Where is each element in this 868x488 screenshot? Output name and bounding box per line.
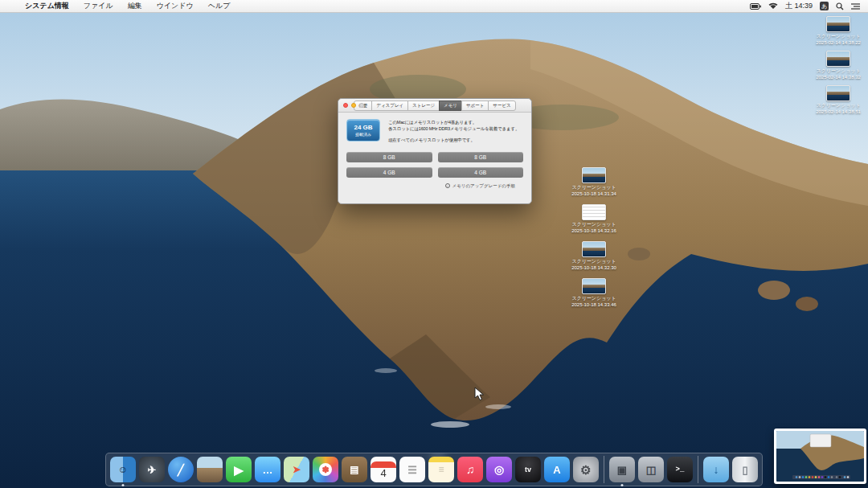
screenshot-thumbnail bbox=[826, 16, 850, 32]
input-source-icon[interactable]: あ bbox=[820, 2, 829, 10]
system-info-window: 概要 ディスプレイ ストレージ メモリ サポート サービス 24 GB 搭載済み… bbox=[338, 98, 532, 204]
dock-downloads-folder-icon[interactable]: ↓ bbox=[703, 457, 729, 482]
memory-upgrade-link[interactable]: メモリのアップグレードの手順 bbox=[452, 183, 515, 189]
dock-system-information-icon[interactable]: ▣ bbox=[609, 457, 635, 482]
menu-clock[interactable]: 土 14:39 bbox=[785, 1, 813, 11]
memory-slot-3: 4 GB bbox=[346, 167, 432, 178]
dock-reminders-icon[interactable]: ☰ bbox=[399, 457, 425, 482]
memory-total-size: 24 GB bbox=[354, 124, 372, 131]
desktop-icon-screenshot-b3[interactable]: スクリーンショット2025-10-18 14.32.30 bbox=[571, 241, 617, 271]
dock-calendar-icon[interactable]: 4 bbox=[371, 457, 396, 482]
memory-total-status: 搭載済み bbox=[355, 132, 371, 137]
dock-trash-icon[interactable]: ▯ bbox=[732, 457, 758, 482]
dock-safari-icon[interactable]: ╱ bbox=[168, 457, 194, 482]
notification-center-icon[interactable] bbox=[851, 2, 860, 10]
dock-maps-icon[interactable]: ➤ bbox=[284, 457, 309, 482]
dock-launchpad-icon[interactable]: ✈ bbox=[139, 457, 165, 482]
icon-label: スクリーンショット2025-02-14 14.38.51 bbox=[816, 103, 861, 115]
screenshot-thumbnail bbox=[582, 241, 606, 257]
zoom-button[interactable] bbox=[359, 103, 364, 108]
dock-podcasts-icon[interactable]: ◎ bbox=[486, 457, 512, 482]
dock-separator bbox=[604, 456, 604, 483]
screenshot-preview-image bbox=[776, 431, 864, 482]
mouse-cursor bbox=[474, 387, 485, 404]
dock-music-icon[interactable]: ♫ bbox=[457, 457, 483, 482]
desktop-icon-screenshot-b4[interactable]: スクリーンショット2025-10-18 14.33.46 bbox=[571, 278, 617, 308]
icon-label: スクリーンショット2025-10-18 14.31.34 bbox=[571, 185, 616, 197]
icon-label: スクリーンショット2025-02-14 14.38.22 bbox=[816, 34, 861, 46]
dock-disk-utility-icon[interactable]: ◫ bbox=[638, 457, 664, 482]
window-tabs: 概要 ディスプレイ ストレージ メモリ サポート サービス bbox=[354, 100, 515, 111]
dock-preview-icon[interactable] bbox=[197, 457, 223, 482]
dock-system-preferences-icon[interactable]: ⚙ bbox=[573, 457, 599, 482]
tab-support[interactable]: サポート bbox=[461, 100, 489, 111]
icon-label: スクリーンショット2025-10-18 14.32.30 bbox=[571, 259, 616, 271]
icon-label: スクリーンショット2025-10-18 14.33.46 bbox=[571, 296, 616, 308]
dock: ☺ ✈ ╱ ▶ … ➤ ✽ ▤ 4 ☰ ≡ ♫ ◎ tv A ⚙ ▣ ◫ >_ … bbox=[105, 453, 763, 486]
dock-finder-icon[interactable]: ☺ bbox=[110, 457, 136, 482]
memory-total-badge: 24 GB 搭載済み bbox=[346, 119, 380, 141]
dock-contacts-icon[interactable]: ▤ bbox=[342, 457, 367, 482]
dock-messages-icon[interactable]: … bbox=[255, 457, 280, 482]
menu-help[interactable]: ヘルプ bbox=[201, 0, 238, 13]
memory-slot-4: 4 GB bbox=[438, 167, 524, 178]
tab-storage[interactable]: ストレージ bbox=[407, 100, 440, 111]
memory-desc-line1: このMacにはメモリスロットが4基あります。 bbox=[388, 119, 519, 125]
spotlight-icon[interactable] bbox=[836, 2, 844, 10]
window-titlebar[interactable]: 概要 ディスプレイ ストレージ メモリ サポート サービス bbox=[338, 99, 531, 113]
tab-service[interactable]: サービス bbox=[488, 100, 515, 111]
menu-bar: システム情報 ファイル 編集 ウインドウ ヘルプ 土 14:39 あ bbox=[0, 0, 868, 13]
desktop-icon-screenshot-a1[interactable]: スクリーンショット2025-02-14 14.38.22 bbox=[815, 16, 862, 46]
desktop-icon-screenshot-b1[interactable]: スクリーンショット2025-10-18 14.31.34 bbox=[571, 167, 617, 197]
icon-label: スクリーンショット2025-10-18 14.32.16 bbox=[571, 222, 616, 234]
memory-description: このMacにはメモリスロットが4基あります。 各スロットには1600 MHz D… bbox=[388, 119, 519, 143]
dock-notes-icon[interactable]: ≡ bbox=[428, 457, 454, 482]
tab-displays[interactable]: ディスプレイ bbox=[371, 100, 408, 111]
wifi-icon[interactable] bbox=[768, 2, 778, 10]
screenshot-thumbnail bbox=[826, 51, 850, 67]
memory-desc-line2: 各スロットには1600 MHz DDR3メモリモジュールを装着できます。 bbox=[388, 125, 519, 132]
dock-separator bbox=[698, 456, 698, 483]
memory-slots: 8 GB 8 GB 4 GB 4 GB bbox=[346, 152, 523, 178]
upgrade-link-icon: ↑ bbox=[445, 183, 450, 188]
screenshot-preview-popup[interactable] bbox=[774, 429, 866, 484]
traffic-lights bbox=[343, 103, 364, 108]
dock-appstore-icon[interactable]: A bbox=[544, 457, 570, 482]
menu-file[interactable]: ファイル bbox=[76, 0, 121, 13]
dock-photos-icon[interactable]: ✽ bbox=[313, 457, 338, 482]
screenshot-thumbnail bbox=[582, 278, 606, 294]
memory-slot-1: 8 GB bbox=[346, 152, 432, 162]
desktop-icon-screenshot-a2[interactable]: スクリーンショット2025-02-14 14.38.32 bbox=[815, 51, 862, 80]
menu-window[interactable]: ウインドウ bbox=[149, 0, 201, 13]
dock-facetime-icon[interactable]: ▶ bbox=[226, 457, 252, 482]
close-button[interactable] bbox=[343, 103, 348, 108]
tab-memory[interactable]: メモリ bbox=[439, 100, 462, 111]
minimize-button[interactable] bbox=[351, 103, 356, 108]
screenshot-thumbnail bbox=[582, 167, 606, 183]
desktop-icon-screenshot-a3[interactable]: スクリーンショット2025-02-14 14.38.51 bbox=[815, 85, 862, 115]
menu-app-name[interactable]: システム情報 bbox=[18, 0, 76, 13]
dock-tv-icon[interactable]: tv bbox=[515, 457, 541, 482]
battery-icon[interactable] bbox=[750, 3, 761, 10]
desktop-icon-screenshot-b2[interactable]: スクリーンショット2025-10-18 14.32.16 bbox=[571, 204, 617, 234]
memory-slot-2: 8 GB bbox=[438, 152, 524, 162]
desktop-wallpaper bbox=[0, 13, 868, 488]
icon-label: スクリーンショット2025-02-14 14.38.32 bbox=[816, 68, 861, 80]
memory-desc-line3: 現在すべてのメモリスロットが使用中です。 bbox=[388, 137, 519, 143]
screenshot-thumbnail bbox=[826, 85, 850, 101]
menu-edit[interactable]: 編集 bbox=[121, 0, 149, 13]
dock-terminal-icon[interactable]: >_ bbox=[667, 457, 693, 482]
document-thumbnail bbox=[582, 204, 606, 220]
